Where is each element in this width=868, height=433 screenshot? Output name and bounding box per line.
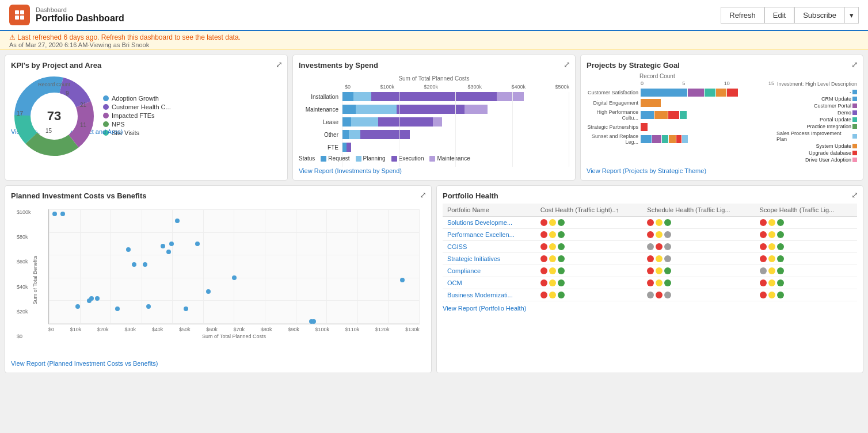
header-actions: Refresh Edit Subscribe ▾: [721, 7, 859, 24]
kpi-expand-icon[interactable]: ⤢: [276, 60, 283, 69]
svg-rect-4: [20, 16, 24, 20]
header-title-block: Dashboard Portfolio Dashboard: [36, 6, 124, 24]
bar-other: Other: [299, 130, 569, 139]
scatter-dot: [311, 319, 316, 324]
scatter-x-axis: $0$10k$20k$30k$40k$50k$60k$70k$80k$90k$1…: [48, 327, 420, 332]
bottom-row: Planned Investment Costs vs Benefits ⤢ S…: [5, 185, 863, 373]
portfolio-link-1[interactable]: Solutions Developme...: [447, 219, 512, 226]
scatter-dot: [60, 212, 65, 216]
investments-panel: Investments by Spend ⤢ Sum of Total Plan…: [292, 55, 576, 181]
investments-expand-icon[interactable]: ⤢: [564, 60, 570, 69]
scatter-dot: [52, 212, 57, 216]
bar-fte: FTE: [299, 143, 569, 152]
header-left: Dashboard Portfolio Dashboard: [9, 5, 124, 25]
col-portfolio-name: Portfolio Name: [443, 204, 536, 217]
portfolio-view-report[interactable]: View Report (Portfolio Health): [443, 305, 857, 312]
table-row: Strategic Initiatives: [443, 253, 857, 265]
scatter-dot: [195, 242, 200, 246]
kpi-panel: KPI's by Project and Area ⤢ Record Count: [5, 55, 288, 181]
strategic-view-report[interactable]: View Report (Projects by Strategic Theme…: [587, 167, 857, 174]
scatter-dot: [146, 304, 151, 309]
strategic-x-axis: 051015: [587, 81, 774, 86]
scatter-dot: [206, 289, 211, 294]
table-row: Compliance: [443, 265, 857, 277]
scatter-dot: [126, 247, 131, 252]
kpi-legend-customer: Customer Health C...: [112, 104, 171, 110]
alert-subtext: As of Mar 27, 2020 6:16 AM·Viewing as Br…: [9, 41, 859, 48]
table-row: Solutions Developme...: [443, 217, 857, 229]
scatter-dot: [175, 219, 180, 223]
strategic-title: Projects by Strategic Goal: [587, 61, 857, 70]
svg-rect-2: [20, 10, 24, 14]
scatter-view-report[interactable]: View Report (Planned Investment Costs vs…: [11, 360, 425, 367]
kpi-record-count-label: Record Count: [38, 82, 70, 87]
portfolio-expand-icon[interactable]: ⤢: [851, 190, 858, 200]
scatter-dot: [400, 278, 405, 282]
portfolio-link-4[interactable]: Strategic Initiatives: [447, 255, 500, 262]
col-cost-health: Cost Health (Traffic Light)..↑: [536, 204, 643, 217]
investments-title: Investments by Spend: [299, 61, 569, 70]
scatter-dot: [89, 296, 94, 301]
svg-rect-1: [15, 10, 19, 14]
portfolio-link-2[interactable]: Performance Excellen...: [447, 231, 515, 238]
portfolio-link-3[interactable]: CGISS: [447, 243, 467, 250]
app-icon: [9, 5, 30, 25]
portfolio-table: Portfolio Name Cost Health (Traffic Ligh…: [443, 204, 857, 301]
scatter-x-label: Sum of Total Planned Costs: [48, 334, 420, 339]
sg-label-sl: Sunset and Replace Leg...: [587, 133, 638, 145]
investments-chart: Sum of Total Planned Costs $0$100k$200k$…: [299, 73, 569, 164]
dropdown-button[interactable]: ▾: [845, 7, 859, 24]
bar-maintenance: Maintenance: [299, 105, 569, 114]
kpi-legend-impacted: Impacted FTEs: [112, 112, 155, 119]
strategic-chart: Customer Satisfaction Digital En: [587, 89, 774, 145]
portfolio-panel: Portfolio Health ⤢ Portfolio Name Cost H…: [436, 185, 863, 373]
strategic-expand-icon[interactable]: ⤢: [851, 60, 858, 69]
col-scope-health: Scope Health (Traffic Lig...: [755, 204, 857, 217]
portfolio-link-7[interactable]: Business Modernizati...: [447, 292, 513, 298]
scatter-title: Planned Investment Costs vs Benefits: [11, 191, 425, 200]
edit-button[interactable]: Edit: [764, 7, 794, 24]
strategic-legend: Investment: High Level Description - CRM…: [776, 81, 857, 164]
scatter-dot: [166, 250, 171, 254]
header: Dashboard Portfolio Dashboard Refresh Ed…: [0, 0, 868, 31]
subscribe-button[interactable]: Subscribe: [794, 7, 845, 24]
refresh-button[interactable]: Refresh: [721, 7, 764, 24]
alert-bar: ⚠ Last refreshed 6 days ago. Refresh thi…: [0, 31, 868, 50]
investments-axis-label: Sum of Total Planned Costs: [299, 75, 569, 82]
col-schedule-health: Schedule Health (Traffic Lig...: [642, 204, 755, 217]
header-subtitle: Dashboard: [36, 6, 124, 13]
scatter-dot: [75, 304, 80, 309]
sg-label-de: Digital Engagement: [587, 100, 638, 106]
table-row: Business Modernizati...: [443, 289, 857, 301]
legend-status-label: Status: [299, 155, 315, 162]
investments-x-axis: $0$100k$200k$300k$400k$500k: [299, 84, 569, 90]
scatter-dot: [161, 244, 165, 248]
kpi-title: KPI's by Project and Area: [11, 61, 281, 70]
portfolio-link-6[interactable]: OCM: [447, 279, 462, 286]
kpi-legend-adoption: Adoption Growth: [112, 95, 159, 102]
bar-lease: Lease: [299, 117, 569, 127]
table-row: CGISS: [443, 241, 857, 253]
scatter-dot: [232, 275, 237, 280]
table-row: OCM: [443, 277, 857, 289]
scatter-dot: [184, 306, 188, 311]
svg-rect-3: [15, 16, 19, 20]
bar-installation: Installation: [299, 92, 569, 101]
portfolio-title: Portfolio Health: [443, 191, 857, 200]
alert-text: ⚠ Last refreshed 6 days ago. Refresh thi…: [9, 33, 859, 41]
portfolio-link-5[interactable]: Compliance: [447, 267, 481, 274]
kpi-donut: Record Count 73: [11, 73, 97, 159]
top-row: KPI's by Project and Area ⤢ Record Count: [5, 55, 863, 181]
strategic-record-count: Record Count: [587, 73, 675, 79]
kpi-legend-nps: NPS: [112, 121, 125, 128]
sg-label-cs: Customer Satisfaction: [587, 90, 638, 95]
scatter-expand-icon[interactable]: ⤢: [420, 190, 427, 200]
scatter-dot: [143, 262, 147, 267]
investments-view-report[interactable]: View Report (Investments by Spend): [299, 167, 569, 174]
strategic-panel: Projects by Strategic Goal ⤢ Record Coun…: [580, 55, 863, 181]
table-row: Performance Excellen...: [443, 229, 857, 241]
scatter-y-label: Sum of Total Benefits: [32, 256, 38, 305]
kpi-center-value: 73: [47, 109, 61, 124]
scatter-dot: [115, 306, 120, 311]
sg-label-sp: Strategic Partnerships: [587, 124, 638, 130]
